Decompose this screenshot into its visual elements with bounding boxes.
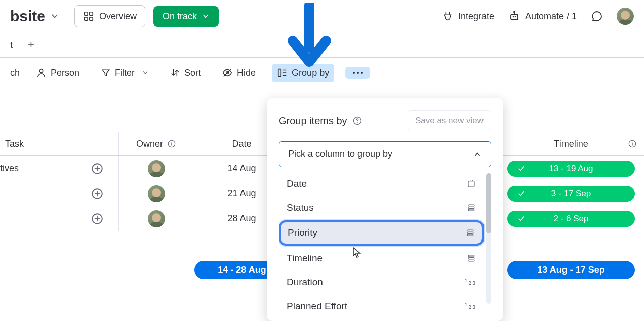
cell-task[interactable] bbox=[0, 206, 75, 231]
robot-icon bbox=[508, 10, 520, 22]
option-label: Status bbox=[287, 202, 314, 213]
col-task[interactable]: Task bbox=[0, 132, 119, 155]
option-label: Duration bbox=[287, 277, 323, 288]
column-select[interactable]: Pick a column to group by bbox=[279, 141, 491, 167]
grid-icon bbox=[83, 11, 94, 22]
dots-icon bbox=[352, 71, 363, 75]
svg-rect-3 bbox=[90, 17, 93, 20]
hide-label: Hide bbox=[237, 68, 256, 78]
timeline-text: 13 - 19 Aug bbox=[549, 164, 593, 174]
chevron-down-icon bbox=[202, 12, 210, 20]
group-by-label: Group by bbox=[292, 68, 329, 78]
col-owner[interactable]: Owner bbox=[119, 132, 194, 155]
col-task-label: Task bbox=[5, 139, 24, 149]
col-timeline-label: Timeline bbox=[554, 139, 588, 149]
board-title[interactable]: bsite bbox=[10, 8, 45, 25]
integrate-button[interactable]: Integrate bbox=[442, 11, 494, 22]
cell-timeline[interactable]: 2 - 6 Sep bbox=[498, 206, 644, 231]
cell-owner[interactable] bbox=[119, 181, 194, 206]
option-label: Date bbox=[287, 178, 307, 189]
hide-button[interactable]: Hide bbox=[217, 64, 261, 82]
status-type-icon bbox=[466, 228, 475, 237]
svg-point-11 bbox=[353, 72, 355, 74]
col-owner-label: Owner bbox=[136, 139, 163, 149]
svg-point-6 bbox=[515, 16, 516, 18]
summary-timeline-pill[interactable]: 13 Aug - 17 Sep bbox=[507, 261, 635, 279]
popover-title-text: Group items by bbox=[279, 115, 347, 127]
svg-rect-22 bbox=[468, 207, 474, 209]
timeline-pill: 3 - 17 Sep bbox=[507, 186, 635, 202]
option-priority[interactable]: Priority bbox=[279, 220, 484, 246]
cell-task[interactable]: tives bbox=[0, 156, 75, 181]
check-icon bbox=[517, 165, 525, 173]
sort-button[interactable]: Sort bbox=[165, 65, 206, 82]
filter-button[interactable]: Filter bbox=[96, 65, 154, 82]
filter-label: Filter bbox=[115, 68, 135, 78]
option-timeline[interactable]: Timeline bbox=[279, 247, 484, 270]
chat-button[interactable] bbox=[591, 10, 603, 22]
summary-timeline: 13 Aug - 17 Sep bbox=[498, 261, 644, 279]
avatar bbox=[148, 210, 165, 227]
summary-timeline-text: 13 Aug - 17 Sep bbox=[537, 265, 604, 275]
cell-owner[interactable] bbox=[119, 156, 194, 181]
cell-task[interactable] bbox=[0, 181, 75, 206]
cell-expand[interactable] bbox=[75, 156, 119, 181]
option-planned-effort[interactable]: Planned Effort ¹₂₃ bbox=[279, 295, 484, 317]
svg-point-5 bbox=[513, 16, 514, 18]
option-label: Timeline bbox=[287, 253, 323, 264]
overview-button[interactable]: Overview bbox=[74, 5, 145, 27]
save-as-new-view-button[interactable]: Save as new view bbox=[408, 110, 491, 131]
col-timeline[interactable]: Timeline bbox=[498, 132, 644, 155]
chevron-down-icon[interactable] bbox=[50, 12, 59, 21]
svg-rect-0 bbox=[85, 12, 88, 15]
option-date[interactable]: Date bbox=[279, 172, 484, 195]
timeline-pill: 13 - 19 Aug bbox=[507, 160, 635, 177]
sort-icon bbox=[170, 68, 180, 78]
svg-rect-23 bbox=[468, 209, 474, 211]
option-status[interactable]: Status bbox=[279, 196, 484, 219]
person-label: Person bbox=[51, 68, 79, 78]
timeline-text: 2 - 6 Sep bbox=[554, 214, 589, 224]
chevron-up-icon bbox=[473, 150, 481, 158]
timeline-pill: 2 - 6 Sep bbox=[507, 211, 635, 227]
info-icon[interactable] bbox=[628, 139, 637, 148]
expand-icon bbox=[91, 162, 104, 175]
filter-icon bbox=[101, 68, 111, 78]
help-icon[interactable] bbox=[352, 116, 362, 126]
svg-point-7 bbox=[514, 11, 515, 12]
cell-owner[interactable] bbox=[119, 206, 194, 231]
select-placeholder: Pick a column to group by bbox=[288, 149, 392, 159]
sort-label: Sort bbox=[184, 68, 201, 78]
svg-rect-26 bbox=[467, 234, 473, 236]
svg-rect-10 bbox=[278, 69, 281, 77]
avatar bbox=[148, 160, 165, 177]
task-text: tives bbox=[0, 163, 19, 174]
svg-rect-29 bbox=[468, 260, 474, 261]
option-duration[interactable]: Duration ¹₂₃ bbox=[279, 271, 484, 294]
svg-rect-25 bbox=[467, 232, 473, 234]
more-options-button[interactable] bbox=[345, 67, 370, 79]
calendar-icon bbox=[467, 179, 476, 188]
options-list[interactable]: Date Status Priority Timeline Duration ¹… bbox=[279, 171, 491, 317]
status-type-icon bbox=[467, 203, 476, 212]
overview-label: Overview bbox=[99, 11, 137, 22]
svg-rect-1 bbox=[90, 12, 93, 15]
search-partial-label[interactable]: ch bbox=[10, 68, 20, 78]
svg-rect-20 bbox=[468, 181, 474, 187]
cursor-icon bbox=[352, 247, 361, 258]
status-button[interactable]: On track bbox=[153, 6, 219, 27]
person-filter-button[interactable]: Person bbox=[31, 64, 85, 82]
automate-button[interactable]: Automate / 1 bbox=[508, 10, 577, 22]
cell-expand[interactable] bbox=[75, 206, 119, 231]
status-type-icon bbox=[467, 254, 476, 263]
popover-title: Group items by bbox=[279, 115, 362, 127]
cell-expand[interactable] bbox=[75, 181, 119, 206]
cell-timeline[interactable]: 13 - 19 Aug bbox=[498, 156, 644, 181]
avatar[interactable] bbox=[617, 8, 634, 25]
cell-timeline[interactable]: 3 - 17 Sep bbox=[498, 181, 644, 206]
add-view-button[interactable]: + bbox=[28, 38, 34, 51]
expand-icon bbox=[91, 187, 104, 200]
scrollbar-thumb[interactable] bbox=[486, 173, 491, 233]
tab-main[interactable]: t bbox=[10, 40, 13, 50]
info-icon[interactable] bbox=[167, 139, 176, 148]
